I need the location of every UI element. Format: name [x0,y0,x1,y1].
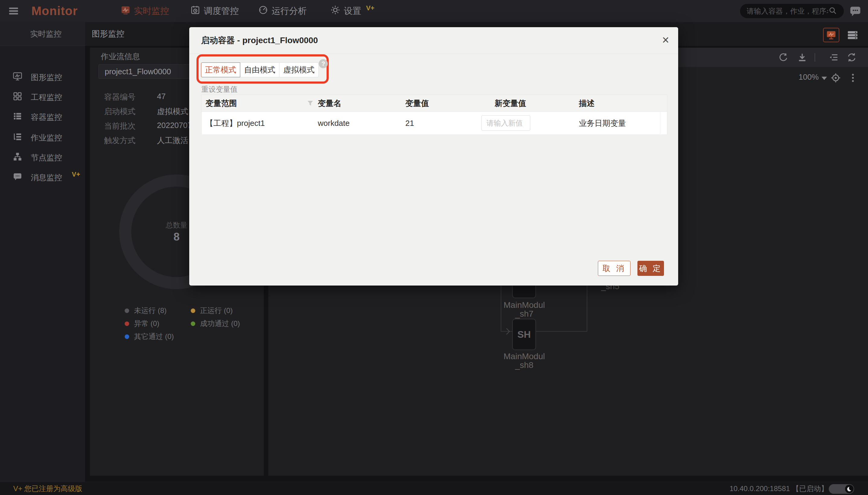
theme-toggle[interactable] [829,484,854,494]
arrow-head-icon [505,327,510,337]
nav-item-label: 实时监控 [134,5,169,17]
legend-item-error[interactable]: 异常 (0) [125,319,159,328]
column-header: 变量范围 [206,95,237,112]
column-header: 新变量值 [494,95,526,112]
sidebar-item-label: 节点监控 [31,152,62,163]
sidebar-item-message-monitor[interactable]: 消息监控 V+ [0,169,85,186]
download-icon[interactable] [797,52,808,63]
registration-status: V+ 您已注册为高级版 [13,482,82,495]
cell-scope: 【工程】project1 [206,112,265,134]
mode-tabs: 正常模式 自由模式 虚拟模式 [201,63,319,77]
sidebar-item-graph-monitor[interactable]: 图形监控 [0,69,85,86]
tab-virtual-mode[interactable]: 虚拟模式 [279,63,319,77]
nav-item-realtime-monitor[interactable]: 实时监控 [121,0,169,22]
refresh-icon[interactable] [778,52,788,63]
chevron-down-icon[interactable] [821,77,827,80]
feedback-chat-icon[interactable] [849,4,862,18]
variables-table: 变量范围 变量名 变量值 新变量值 描述 【工程】project1 workda… [201,95,667,134]
detail-value: 人工激活 [157,135,188,146]
sidebar-item-label: 消息监控 [31,172,62,183]
zoom-level-dropdown[interactable]: 100% [799,72,819,82]
sidebar-item-project-monitor[interactable]: 工程监控 [0,88,85,106]
schedule-icon [190,5,200,17]
moon-icon [845,485,853,493]
node-label: MainModul _sh8 [494,352,554,370]
legend-item-running[interactable]: 正运行 (0) [191,306,233,315]
filter-icon[interactable] [307,100,314,108]
nav-item-label: 运行分析 [272,5,307,17]
sidebar-item-label: 容器监控 [31,112,62,122]
legend-item-success[interactable]: 成功通过 (0) [191,319,240,328]
nav-item-schedule[interactable]: 调度管控 [190,0,239,22]
locate-icon[interactable] [830,72,841,85]
sidebar-item-container-monitor[interactable]: 容器监控 [0,108,85,126]
sidebar-item-label: 工程监控 [31,92,62,103]
sync-icon[interactable] [847,52,857,63]
toolbar-divider [815,53,815,62]
node-label: MainModul _sh7 [494,301,554,318]
global-search-input[interactable]: 请输入容器，作业，程序名称 [740,4,844,18]
start-container-modal: 启动容器 - project1_Flow0000 × 正常模式 自由模式 虚拟模… [189,27,678,286]
tab-free-mode[interactable]: 自由模式 [240,63,279,77]
legend-label: 正运行 (0) [200,306,233,315]
close-icon[interactable]: × [662,33,669,47]
nav-item-label: 设置 [344,5,361,17]
graph-monitor-icon [13,71,22,83]
status-bar: V+ 您已注册为高级版 10.40.0.200:18581 【已启动】 [0,482,868,495]
panel-title: 作业流信息 [101,51,140,62]
nav-item-label: 调度管控 [204,5,239,17]
detail-value: 47 [157,92,166,101]
flow-select-value: project1_Flow0000 [105,67,171,76]
top-navbar: Monitor 实时监控 调度管控 运行分析 设置 V+ 请输入容器，作业，程序… [0,0,868,22]
confirm-button[interactable]: 确 定 [638,261,664,276]
more-options-icon[interactable] [848,72,858,85]
gauge-icon [258,5,268,17]
graph-view-toggle-button[interactable] [823,28,839,42]
detail-label: 启动模式 [104,106,136,117]
column-header: 变量名 [318,95,341,112]
legend-item-other-pass[interactable]: 其它通过 (0) [125,332,174,341]
tab-normal-mode[interactable]: 正常模式 [201,63,240,77]
column-header: 描述 [579,95,594,112]
cancel-button[interactable]: 取 消 [598,261,630,276]
legend-item-not-run[interactable]: 未运行 (8) [125,306,167,315]
list-icon [13,112,22,123]
search-icon [828,6,837,16]
menu-icon[interactable] [9,6,19,15]
legend-label: 其它通过 (0) [134,332,174,341]
legend-label: 成功通过 (0) [200,319,240,328]
sidebar-item-label: 图形监控 [31,72,62,83]
legend-label: 未运行 (8) [134,306,167,315]
help-icon[interactable]: ? [319,59,328,68]
detail-label: 容器编号 [104,92,136,102]
legend-dot [191,308,195,313]
search-placeholder: 请输入容器，作业，程序名称 [747,6,828,16]
table-header-row: 变量范围 变量名 变量值 新变量值 描述 [202,95,667,112]
sidebar-item-label: 作业监控 [31,133,62,143]
detail-value: 虚拟模式 [157,106,188,117]
modal-divider [189,54,678,54]
legend-label: 异常 (0) [134,319,159,328]
list-view-toggle-button[interactable] [845,28,861,42]
nav-item-settings[interactable]: 设置 V+ [330,0,375,22]
outline-list-icon[interactable] [829,52,839,63]
grid-icon [13,91,22,103]
detail-label: 当前批次 [104,121,136,131]
table-row: 【工程】project1 workdate 21 业务日期变量 [202,112,667,134]
vplus-badge: V+ [366,4,375,12]
column-header: 变量值 [405,95,429,112]
app-logo: Monitor [31,0,78,22]
org-chart-icon [13,152,22,164]
nav-item-run-analysis[interactable]: 运行分析 [258,0,307,22]
new-value-input[interactable] [481,115,530,131]
vplus-badge: V+ [72,171,80,178]
pulse-monitor-icon [121,5,131,17]
legend-dot [125,322,129,326]
sidebar: 实时监控 图形监控 工程监控 容器监控 作业监控 节点监控 消息监控 V+ [0,22,85,482]
legend-dot [191,322,195,326]
flow-node-sh8[interactable]: SH [512,319,536,350]
sidebar-item-job-monitor[interactable]: 作业监控 [0,129,85,147]
sidebar-item-node-monitor[interactable]: 节点监控 [0,149,85,166]
page-title: 图形监控 [92,22,124,46]
tree-list-icon [13,132,22,144]
